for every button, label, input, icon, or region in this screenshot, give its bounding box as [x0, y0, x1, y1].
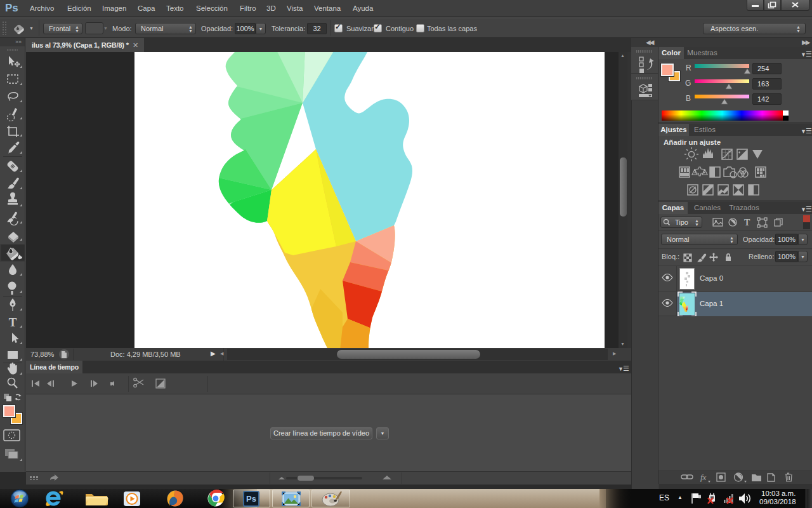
svg-text:T: T — [9, 316, 17, 329]
svg-text:fx: fx — [700, 472, 707, 482]
svg-text:T: T — [744, 218, 750, 227]
